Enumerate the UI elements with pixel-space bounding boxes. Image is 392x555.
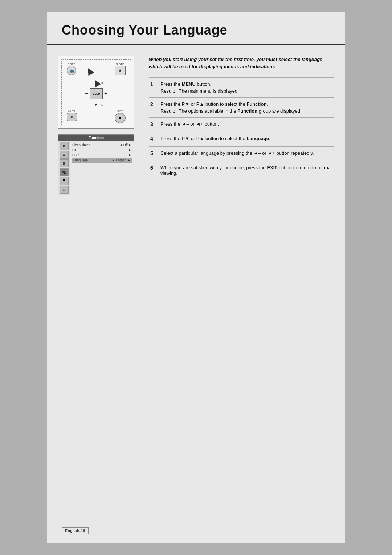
p-down-row: P ▼ ⊟ xyxy=(89,101,104,109)
step-4-row: 4 Press the P▼ or P▲ button to select th… xyxy=(149,132,334,147)
step-6-content: When you are satisfied with your choice,… xyxy=(159,161,334,181)
menu-label: MENU xyxy=(93,93,100,95)
page-title: Choosing Your Language xyxy=(62,23,330,38)
page-footer: English-16 xyxy=(62,527,89,534)
sstd-button: ⊞ xyxy=(115,66,126,75)
step-2-content: Press the P▼ or P▲ button to select the … xyxy=(159,98,334,118)
step-2-result-label: Result: xyxy=(160,108,175,114)
menu-content-column: Sleep Timer ◄ Off ► PIP ► PBP ► Langua xyxy=(70,141,134,195)
step-2-row: 2 Press the P▼ or P▲ button to select th… xyxy=(149,98,334,118)
step-4-main: Press the P▼ or P▲ button to select the … xyxy=(160,136,332,141)
step-2-result-text: The options available in the Function gr… xyxy=(179,108,301,114)
content-area: P.STD 📺 S.STD ⊞ ▲▲ P ▲ ⊞ xyxy=(47,56,345,206)
pstd-button: 📺 xyxy=(67,66,76,75)
step-4-number: 4 xyxy=(149,132,159,147)
menu-header: Function xyxy=(58,135,134,141)
step-6-main: When you are satisfied with your choice,… xyxy=(160,165,332,176)
step-3-number: 3 xyxy=(149,118,159,132)
menu-sleep-timer: Sleep Timer ◄ Off ► xyxy=(72,142,132,147)
step-5-content: Select a particular language by pressing… xyxy=(159,147,334,161)
function-menu-diagram: Function 🖥 ≡ ⊞ AB ≣ □ Sleep Timer ◄ Off … xyxy=(58,134,134,195)
steps-table: 1 Press the MENU button. Result: The mai… xyxy=(149,77,334,181)
menu-icon-6: □ xyxy=(60,186,69,194)
plus-button: + xyxy=(104,90,107,97)
right-column: When you start using your set for the fi… xyxy=(149,56,334,195)
mute-label: MUTE xyxy=(68,110,75,113)
step-1-result-label: Result: xyxy=(160,88,175,94)
p-down-button: ▼ xyxy=(92,101,100,109)
step-1-result-text: The main menu is displayed. xyxy=(179,88,238,94)
step-5-number: 5 xyxy=(149,147,159,161)
step-2-main: Press the P▼ or P▲ button to select the … xyxy=(160,101,332,107)
menu-body: 🖥 ≡ ⊞ AB ≣ □ Sleep Timer ◄ Off ► PIP xyxy=(58,141,134,195)
menu-icons-column: 🖥 ≡ ⊞ AB ≣ □ xyxy=(58,141,70,195)
menu-icon-5: ≣ xyxy=(60,177,69,185)
step-3-row: 3 Press the ◄– or ◄+ button. xyxy=(149,118,334,132)
step-3-content: Press the ◄– or ◄+ button. xyxy=(159,118,334,132)
page: Choosing Your Language P.STD 📺 S.STD xyxy=(47,12,345,543)
step-1-result: Result: The main menu is displayed. xyxy=(160,88,332,94)
step-6-row: 6 When you are satisfied with your choic… xyxy=(149,161,334,181)
minus-button: − xyxy=(85,90,88,97)
step-1-row: 1 Press the MENU button. Result: The mai… xyxy=(149,78,334,98)
step-5-row: 5 Select a particular language by pressi… xyxy=(149,147,334,161)
sstd-label: S.STD xyxy=(116,62,124,66)
left-column: P.STD 📺 S.STD ⊞ ▲▲ P ▲ ⊞ xyxy=(58,56,138,195)
menu-pbp: PBP ► xyxy=(72,153,132,158)
menu-icon-2: ≡ xyxy=(60,151,69,159)
remote-control-diagram: P.STD 📺 S.STD ⊞ ▲▲ P ▲ ⊞ xyxy=(58,56,134,129)
menu-language: Language ◄ English ► xyxy=(72,158,132,163)
title-section: Choosing Your Language xyxy=(47,12,345,45)
menu-icon-3: ⊞ xyxy=(60,159,69,167)
pstd-label: P.STD xyxy=(68,62,76,66)
mute-button: 🔇 xyxy=(67,113,77,121)
menu-pip: PIP ► xyxy=(72,147,132,153)
step-1-number: 1 xyxy=(149,78,159,98)
step-1-content: Press the MENU button. Result: The main … xyxy=(159,78,334,98)
menu-icon-4: AB xyxy=(60,168,69,176)
step-4-content: Press the P▼ or P▲ button to select the … xyxy=(159,132,334,147)
step-2-result: Result: The options available in the Fun… xyxy=(160,108,332,114)
bottom-row: MUTE 🔇 EXIT ◼ xyxy=(64,110,128,123)
exit-button: ◼ xyxy=(115,113,126,123)
step-1-main: Press the MENU button. xyxy=(160,81,332,87)
step-3-main: Press the ◄– or ◄+ button. xyxy=(160,121,332,127)
exit-label: EXIT xyxy=(117,110,123,113)
step-6-number: 6 xyxy=(149,161,159,181)
step-5-main: Select a particular language by pressing… xyxy=(160,150,332,156)
intro-text: When you start using your set for the fi… xyxy=(149,56,334,70)
menu-icon-1: 🖥 xyxy=(60,142,69,150)
step-2-number: 2 xyxy=(149,98,159,118)
